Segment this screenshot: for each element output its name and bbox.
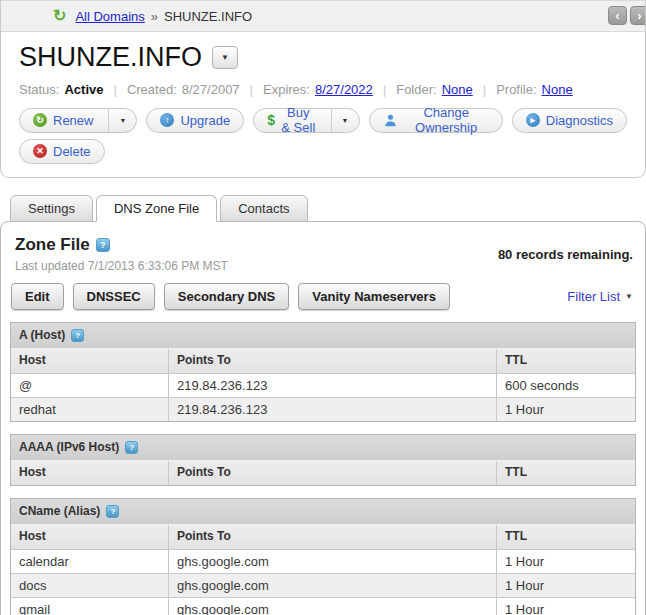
- expires-label: Expires:: [263, 82, 310, 97]
- tab-dns-zone-file[interactable]: DNS Zone File: [96, 195, 217, 222]
- section-title: A (Host): [19, 328, 65, 342]
- person-icon: [383, 113, 398, 128]
- folder-label: Folder:: [396, 82, 436, 97]
- record-row: @ 219.84.236.123 600 seconds: [11, 373, 635, 397]
- help-icon[interactable]: ?: [125, 441, 138, 454]
- domain-actions: ↻ Renew ▼ ↑ Upgrade $ Buy & Sell ▼: [19, 108, 627, 164]
- prev-domain-button[interactable]: ‹: [608, 6, 627, 25]
- record-ttl: 1 Hour: [496, 573, 635, 597]
- record-row: redhat 219.84.236.123 1 Hour: [11, 397, 635, 421]
- next-domain-button[interactable]: ›: [630, 6, 646, 25]
- section-header: A (Host) ?: [11, 323, 635, 349]
- record-host: docs: [11, 573, 168, 597]
- section-rows: @ 219.84.236.123 600 seconds redhat 219.…: [11, 373, 635, 421]
- column-header-host: Host: [11, 461, 168, 485]
- section-header: CName (Alias) ?: [11, 499, 635, 525]
- status-badge: Active: [64, 82, 103, 97]
- record-row: gmail ghs.google.com 1 Hour: [11, 597, 635, 615]
- buy-sell-label: Buy & Sell: [281, 105, 315, 135]
- status-label: Status:: [19, 82, 59, 97]
- meta-separator: |: [114, 82, 117, 97]
- delete-label: Delete: [53, 144, 91, 159]
- record-points-to: ghs.google.com: [168, 549, 496, 573]
- help-icon[interactable]: ?: [106, 505, 119, 518]
- record-ttl: 1 Hour: [496, 397, 635, 421]
- domain-meta-row: Status: Active | Created: 8/27/2007 | Ex…: [19, 82, 627, 97]
- zone-toolbar: EditDNSSECSecondary DNSVanity Nameserver…: [11, 283, 633, 310]
- section-title: AAAA (IPv6 Host): [19, 440, 119, 454]
- buy-sell-button[interactable]: $ Buy & Sell: [254, 109, 324, 132]
- meta-separator: |: [483, 82, 486, 97]
- expires-date-link[interactable]: 8/27/2022: [315, 82, 373, 97]
- upgrade-icon: ↑: [160, 113, 174, 127]
- breadcrumb-bar: ↻ All Domains » SHUNZE.INFO ‹ ›: [1, 1, 645, 32]
- section-header: AAAA (IPv6 Host) ?: [11, 435, 635, 461]
- section-rows: calendar ghs.google.com 1 Hour docs ghs.…: [11, 549, 635, 615]
- record-section-a-host: A (Host) ? Host Points To TTL @ 219.84.2…: [10, 322, 636, 422]
- vanity-nameservers-button[interactable]: Vanity Nameservers: [298, 283, 450, 310]
- upgrade-button[interactable]: ↑ Upgrade: [146, 108, 244, 133]
- record-points-to: ghs.google.com: [168, 573, 496, 597]
- edit-button[interactable]: Edit: [11, 283, 64, 310]
- profile-label: Profile:: [496, 82, 536, 97]
- delete-icon: ✕: [33, 144, 47, 158]
- renew-button-group: ↻ Renew ▼: [19, 108, 137, 133]
- breadcrumb-current: SHUNZE.INFO: [164, 9, 252, 24]
- domain-header-panel: ↻ All Domains » SHUNZE.INFO ‹ › SHUNZE.I…: [0, 0, 646, 178]
- record-points-to: 219.84.236.123: [168, 397, 496, 421]
- section-title: CName (Alias): [19, 504, 100, 518]
- help-icon[interactable]: ?: [96, 238, 110, 252]
- buy-sell-dropdown-button[interactable]: ▼: [331, 109, 359, 132]
- filter-list-dropdown[interactable]: Filter List ▼: [567, 289, 633, 304]
- record-points-to: ghs.google.com: [168, 597, 496, 615]
- secondary-dns-button[interactable]: Secondary DNS: [164, 283, 290, 310]
- filter-list-label: Filter List: [567, 289, 620, 304]
- renew-dropdown-button[interactable]: ▼: [108, 109, 136, 132]
- help-icon[interactable]: ?: [71, 329, 84, 342]
- column-header-ttl: TTL: [496, 349, 635, 373]
- column-header-row: Host Points To TTL: [11, 525, 635, 549]
- tabs: SettingsDNS Zone FileContacts: [10, 195, 646, 222]
- diagnostics-button[interactable]: ▸ Diagnostics: [512, 108, 627, 133]
- profile-link[interactable]: None: [542, 82, 573, 97]
- change-ownership-button[interactable]: Change Ownership: [369, 108, 503, 133]
- breadcrumb-separator: »: [151, 9, 158, 24]
- refresh-icon[interactable]: ↻: [53, 8, 66, 24]
- caret-down-icon: ▼: [221, 53, 229, 62]
- record-ttl: 1 Hour: [496, 597, 635, 615]
- dnssec-button[interactable]: DNSSEC: [73, 283, 155, 310]
- tab-settings[interactable]: Settings: [10, 195, 93, 222]
- caret-down-icon: ▼: [625, 292, 633, 301]
- page-title: SHUNZE.INFO: [19, 43, 202, 73]
- record-row: calendar ghs.google.com 1 Hour: [11, 549, 635, 573]
- domain-nav: ‹ ›: [608, 6, 646, 25]
- meta-separator: |: [250, 82, 253, 97]
- column-header-ttl: TTL: [496, 525, 635, 549]
- diagnostics-label: Diagnostics: [546, 113, 613, 128]
- domain-header-body: SHUNZE.INFO ▼ Status: Active | Created: …: [1, 32, 645, 177]
- renew-button[interactable]: ↻ Renew: [20, 109, 102, 132]
- records-remaining: 80 records remaining.: [498, 247, 633, 262]
- record-tables: A (Host) ? Host Points To TTL @ 219.84.2…: [1, 322, 645, 615]
- delete-button[interactable]: ✕ Delete: [19, 139, 105, 164]
- folder-link[interactable]: None: [442, 82, 473, 97]
- diagnostics-icon: ▸: [526, 113, 540, 127]
- record-host: @: [11, 373, 168, 397]
- breadcrumb-link-all-domains[interactable]: All Domains: [75, 9, 144, 24]
- dns-zone-panel: 80 records remaining. Zone File ? Last u…: [0, 221, 646, 615]
- record-ttl: 600 seconds: [496, 373, 635, 397]
- change-ownership-label: Change Ownership: [404, 105, 489, 135]
- created-label: Created:: [127, 82, 177, 97]
- renew-label: Renew: [53, 113, 93, 128]
- tab-contacts[interactable]: Contacts: [220, 195, 307, 222]
- column-header-ttl: TTL: [496, 461, 635, 485]
- domain-menu-button[interactable]: ▼: [212, 46, 238, 69]
- record-host: gmail: [11, 597, 168, 615]
- record-host: calendar: [11, 549, 168, 573]
- column-header-host: Host: [11, 525, 168, 549]
- column-header-points-to: Points To: [168, 525, 496, 549]
- column-header-row: Host Points To TTL: [11, 461, 635, 485]
- renew-icon: ↻: [33, 113, 47, 127]
- zone-toolbar-buttons: EditDNSSECSecondary DNSVanity Nameserver…: [11, 283, 459, 310]
- record-points-to: 219.84.236.123: [168, 373, 496, 397]
